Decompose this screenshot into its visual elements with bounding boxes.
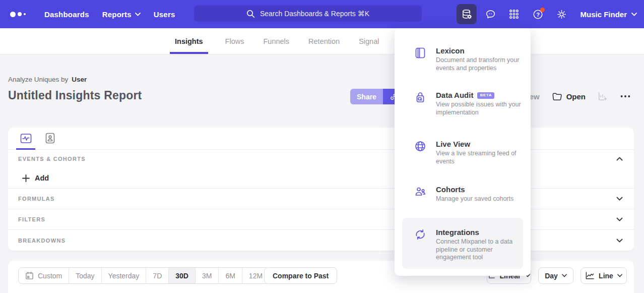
range-today[interactable]: Today xyxy=(69,268,101,283)
compare-to-past-button[interactable]: Compare to Past xyxy=(264,267,337,284)
users-mode-tab[interactable] xyxy=(42,127,57,149)
data-management-button[interactable] xyxy=(457,4,477,24)
chevron-down-icon xyxy=(562,274,567,277)
range-7d[interactable]: 7D xyxy=(146,268,169,283)
page-title[interactable]: Untitled Insights Report xyxy=(8,89,142,102)
top-right-cluster: ? Music Finder xyxy=(457,0,637,28)
range-6m[interactable]: 6M xyxy=(219,268,242,283)
more-options-button[interactable] xyxy=(620,94,631,98)
cohorts-people-icon xyxy=(414,185,426,203)
ellipsis-icon xyxy=(620,94,631,98)
share-button[interactable]: Share xyxy=(350,89,383,104)
filters-label: FILTERS xyxy=(18,216,45,222)
events-cohorts-label: EVENTS & COHORTS xyxy=(18,156,86,162)
help-button[interactable]: ? xyxy=(528,4,548,24)
mixpanel-logo-icon[interactable] xyxy=(10,12,31,17)
range-3m[interactable]: 3M xyxy=(196,268,219,283)
plus-icon xyxy=(22,174,30,182)
chart-controls-card: Custom Today Yesterday 7D 30D 3M 6M 12M … xyxy=(8,261,634,293)
menu-item-data-audit[interactable]: Data Audit BETA View possible issues wit… xyxy=(402,88,523,120)
add-event-row: Add xyxy=(8,168,634,189)
subtitle-entity[interactable]: User xyxy=(72,76,87,83)
subtitle-prefix: Analyze Uniques by xyxy=(8,76,68,83)
breakdowns-label: BREAKDOWNS xyxy=(18,238,66,244)
formulas-label: FORMULAS xyxy=(18,196,55,202)
nav-dashboards-label: Dashboards xyxy=(44,10,89,19)
data-audit-lock-icon xyxy=(414,91,426,116)
chevron-down-icon xyxy=(617,274,622,277)
section-formulas[interactable]: FORMULAS xyxy=(8,189,634,209)
add-event-button[interactable]: Add xyxy=(22,174,49,182)
calendar-icon xyxy=(25,271,34,280)
open-report-button[interactable]: Open xyxy=(552,92,586,101)
report-subtitle: Analyze Uniques byUser xyxy=(8,76,87,83)
beta-badge: BETA xyxy=(477,92,494,99)
tab-retention[interactable]: Retention xyxy=(306,28,342,54)
data-management-menu: Lexicon Document and transform your even… xyxy=(395,28,531,276)
menu-item-live-view[interactable]: Live View View a live streaming feed of … xyxy=(402,137,523,168)
menu-item-lexicon[interactable]: Lexicon Document and transform your even… xyxy=(402,43,523,75)
notification-dot xyxy=(540,8,545,12)
range-30d[interactable]: 30D xyxy=(169,268,196,283)
messages-button[interactable] xyxy=(480,4,500,24)
range-yesterday[interactable]: Yesterday xyxy=(102,268,147,283)
svg-text:?: ? xyxy=(536,11,540,17)
pulse-chart-icon xyxy=(20,133,32,144)
chat-bubble-icon xyxy=(485,9,496,20)
section-filters[interactable]: FILTERS xyxy=(8,209,634,230)
settings-button[interactable] xyxy=(551,4,571,24)
integrations-sync-icon xyxy=(414,228,426,266)
range-custom[interactable]: Custom xyxy=(19,268,69,283)
granularity-dropdown[interactable]: Day xyxy=(538,267,573,284)
report-tab-bar: Insights Flows Funnels Retention Signal … xyxy=(0,28,644,54)
nav-users[interactable]: Users xyxy=(154,10,175,19)
nav-reports-label: Reports xyxy=(102,10,132,19)
query-builder-card: EVENTS & COHORTS Add FORMULAS FILTERS xyxy=(8,128,634,251)
events-mode-tab[interactable] xyxy=(18,127,33,149)
section-events-cohorts[interactable]: EVENTS & COHORTS xyxy=(8,150,634,168)
chevron-down-icon[interactable] xyxy=(616,197,623,201)
project-name: Music Finder xyxy=(580,10,627,19)
chart-plus-icon xyxy=(598,91,608,101)
apps-grid-button[interactable] xyxy=(504,4,524,24)
app-window: Dashboards Reports Users Search Dashboar… xyxy=(0,0,644,293)
add-to-dashboard-button[interactable] xyxy=(598,91,608,101)
grid-dots-icon xyxy=(508,9,520,20)
query-mode-tabs xyxy=(8,128,634,150)
database-gear-icon xyxy=(461,9,473,20)
nav-dashboards[interactable]: Dashboards xyxy=(44,10,89,19)
date-range-control: Custom Today Yesterday 7D 30D 3M 6M 12M xyxy=(18,267,270,284)
project-selector[interactable]: Music Finder xyxy=(580,10,637,19)
chevron-down-icon[interactable] xyxy=(616,239,623,243)
line-chart-icon xyxy=(585,271,595,280)
chevron-down-icon[interactable] xyxy=(616,217,623,221)
nav-reports[interactable]: Reports xyxy=(102,10,141,19)
chart-type-dropdown[interactable]: Line xyxy=(581,267,627,284)
tab-insights[interactable]: Insights xyxy=(170,28,208,54)
menu-item-integrations[interactable]: Integrations Connect Mixpanel to a data … xyxy=(402,218,523,269)
header-actions: New Open xyxy=(524,90,631,102)
folder-icon xyxy=(552,92,562,101)
chevron-down-icon xyxy=(135,13,141,16)
search-icon xyxy=(246,10,255,18)
nav-users-label: Users xyxy=(154,10,175,19)
search-placeholder: Search Dashboards & Reports ⌘K xyxy=(260,10,369,18)
globe-icon xyxy=(414,140,426,165)
lexicon-book-icon xyxy=(414,46,426,72)
gear-icon xyxy=(556,9,567,20)
tab-signal[interactable]: Signal xyxy=(357,28,381,54)
top-nav-bar: Dashboards Reports Users Search Dashboar… xyxy=(0,0,644,28)
chevron-down-icon xyxy=(631,13,637,16)
menu-item-cohorts[interactable]: Cohorts Manage your saved cohorts xyxy=(402,182,523,206)
tab-flows[interactable]: Flows xyxy=(223,28,246,54)
chevron-up-icon[interactable] xyxy=(616,157,623,161)
search-input[interactable]: Search Dashboards & Reports ⌘K xyxy=(194,6,422,22)
section-breakdowns[interactable]: BREAKDOWNS xyxy=(8,230,634,251)
tab-funnels[interactable]: Funnels xyxy=(261,28,291,54)
user-card-icon xyxy=(45,133,55,144)
